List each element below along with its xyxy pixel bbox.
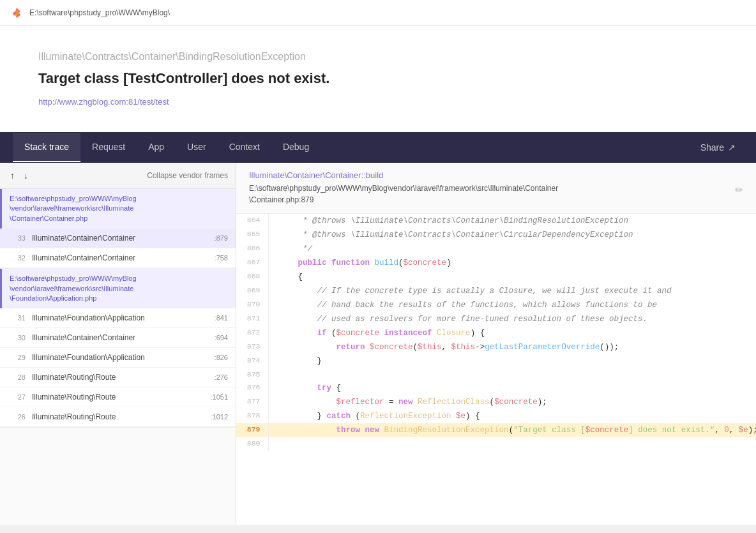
line-code: // If the concrete type is actually a Cl…	[268, 284, 756, 298]
frame-class: Illuminate\Container\Container	[32, 253, 209, 262]
code-panel-header: Illuminate\Container\Container::build E:…	[236, 163, 756, 214]
tabs-bar: Stack trace Request App User Context Deb…	[0, 132, 756, 163]
code-line: 869 // If the concrete type is actually …	[236, 284, 756, 298]
code-file-path: E:\software\phpstudy_pro\WWW\myBlog\vend…	[249, 183, 743, 206]
line-code	[268, 437, 756, 450]
line-code: if ($concrete instanceof Closure) {	[268, 326, 756, 340]
code-line-highlight: 879 throw new BindingResolutionException…	[236, 423, 756, 437]
share-label: Share	[700, 142, 724, 153]
frame-line: :276	[215, 373, 228, 381]
code-line: 872 if ($concrete instanceof Closure) {	[236, 326, 756, 340]
line-number: 878	[236, 409, 268, 423]
frame-item[interactable]: 26 Illuminate\Routing\Route :1012	[0, 407, 236, 427]
frame-class: Illuminate\Foundation\Application	[32, 353, 209, 362]
line-code: {	[268, 270, 756, 284]
tab-stack-trace[interactable]: Stack trace	[13, 133, 80, 162]
frame-line: :879	[215, 234, 228, 242]
line-code: // used as resolvers for more fine-tuned…	[268, 312, 756, 326]
line-number: 867	[236, 256, 268, 270]
frame-item[interactable]: 29 Illuminate\Foundation\Application :82…	[0, 348, 236, 368]
line-number: 877	[236, 395, 268, 409]
line-code: */	[268, 242, 756, 256]
frame-number: 28	[8, 373, 26, 381]
frame-item[interactable]: 32 Illuminate\Container\Container :758	[0, 248, 236, 268]
stack-panel-header: ↑ ↓ Collapse vendor frames	[0, 163, 236, 189]
frame-item[interactable]: 30 Illuminate\Container\Container :694	[0, 328, 236, 348]
frame-group-foundation: E:\software\phpstudy_pro\WWW\myBlog\vend…	[0, 269, 236, 428]
code-line: 865 * @throws \Illuminate\Contracts\Cont…	[236, 228, 756, 242]
frame-line: :841	[215, 314, 228, 322]
frame-group-container: E:\software\phpstudy_pro\WWW\myBlog\vend…	[0, 189, 236, 269]
line-number: 870	[236, 298, 268, 312]
line-number: 873	[236, 340, 268, 354]
line-number: 876	[236, 381, 268, 395]
line-number: 875	[236, 368, 268, 381]
code-line: 873 return $concrete($this, $this->getLa…	[236, 340, 756, 354]
code-line: 876 try {	[236, 381, 756, 395]
line-code: $reflector = new ReflectionClass($concre…	[268, 395, 756, 409]
frame-item[interactable]: 27 Illuminate\Routing\Route :1051	[0, 387, 236, 407]
edit-icon[interactable]: ✏	[735, 183, 743, 198]
tab-user[interactable]: User	[176, 133, 218, 162]
tab-app[interactable]: App	[137, 133, 176, 162]
code-panel: Illuminate\Container\Container::build E:…	[236, 163, 756, 525]
code-line: 870 // hand back the results of the func…	[236, 298, 756, 312]
code-line: 868 {	[236, 270, 756, 284]
line-code: * @throws \Illuminate\Contracts\Containe…	[268, 214, 756, 228]
frame-class: Illuminate\Container\Container	[32, 234, 209, 243]
frame-item[interactable]: 33 Illuminate\Container\Container :879	[0, 229, 236, 248]
frame-line: :758	[215, 254, 228, 262]
line-number: 869	[236, 284, 268, 298]
line-code: try {	[268, 381, 756, 395]
collapse-vendor-link[interactable]: Collapse vendor frames	[147, 171, 228, 180]
frame-line: :1051	[210, 393, 228, 401]
line-code: } catch (ReflectionException $e) {	[268, 409, 756, 423]
line-code	[268, 368, 756, 381]
code-line: 878 } catch (ReflectionException $e) {	[236, 409, 756, 423]
line-code: // hand back the results of the function…	[268, 298, 756, 312]
code-line: 867 public function build($concrete)	[236, 256, 756, 270]
code-file-path-text: E:\software\phpstudy_pro\WWW\myBlog\vend…	[249, 183, 558, 206]
app-logo	[10, 6, 23, 19]
frame-line: :826	[215, 354, 228, 361]
title-bar: E:\software\phpstudy_pro\WWW\myBlog\	[0, 0, 756, 26]
code-line: 875	[236, 368, 756, 381]
frame-class: Illuminate\Foundation\Application	[32, 313, 209, 322]
frame-class: Illuminate\Routing\Route	[32, 393, 205, 402]
frame-class: Illuminate\Container\Container	[32, 333, 209, 342]
stack-panel: ↑ ↓ Collapse vendor frames E:\software\p…	[0, 163, 236, 525]
exception-url[interactable]: http://www.zhgblog.com:81/test/test	[38, 97, 169, 107]
tab-context[interactable]: Context	[218, 133, 271, 162]
line-code: throw new BindingResolutionException("Ta…	[268, 423, 756, 437]
frame-line: :1012	[210, 413, 228, 421]
tab-request[interactable]: Request	[80, 133, 137, 162]
frame-item[interactable]: 28 Illuminate\Routing\Route :276	[0, 368, 236, 387]
frame-number: 32	[8, 254, 26, 262]
exception-class: Illuminate\Contracts\Container\BindingRe…	[38, 51, 718, 63]
stack-nav-arrows: ↑ ↓	[8, 169, 31, 182]
line-code: * @throws \Illuminate\Contracts\Containe…	[268, 228, 756, 242]
frame-number: 30	[8, 334, 26, 342]
line-number: 866	[236, 242, 268, 256]
main-content: ↑ ↓ Collapse vendor frames E:\software\p…	[0, 163, 756, 525]
frame-class: Illuminate\Routing\Route	[32, 412, 205, 421]
arrow-down-button[interactable]: ↓	[21, 169, 31, 182]
code-table: 864 * @throws \Illuminate\Contracts\Cont…	[236, 214, 756, 451]
arrow-up-button[interactable]: ↑	[8, 169, 17, 182]
line-number: 880	[236, 437, 268, 450]
frame-item[interactable]: 31 Illuminate\Foundation\Application :84…	[0, 308, 236, 328]
frame-number: 26	[8, 413, 26, 421]
code-line: 880	[236, 437, 756, 450]
line-code: }	[268, 354, 756, 368]
code-line: 866 */	[236, 242, 756, 256]
line-code: public function build($concrete)	[268, 256, 756, 270]
line-number: 865	[236, 228, 268, 242]
line-number: 879	[236, 423, 268, 437]
share-button[interactable]: Share ↗	[693, 137, 743, 158]
line-number: 864	[236, 214, 268, 228]
line-number: 868	[236, 270, 268, 284]
frame-number: 29	[8, 354, 26, 361]
line-number: 872	[236, 326, 268, 340]
tab-debug[interactable]: Debug	[271, 133, 321, 162]
frame-file-header-1: E:\software\phpstudy_pro\WWW\myBlog\vend…	[0, 189, 236, 229]
